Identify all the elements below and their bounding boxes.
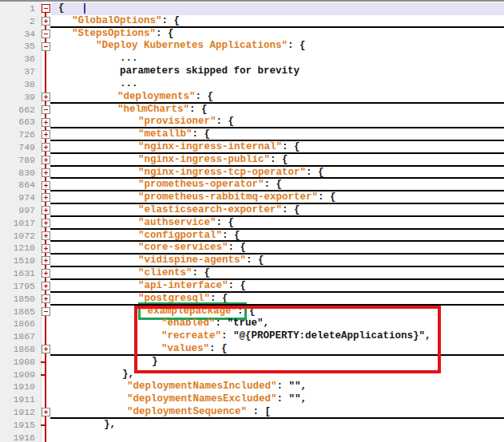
code-token: : "", [277,393,308,405]
code-line-1[interactable]: 1{ [0,2,504,15]
code-line-864[interactable]: 864"prometheus-operator": { [0,179,504,191]
code-line-1850[interactable]: 1850"postgresql": { [0,293,504,306]
code-line-749[interactable]: 749"nginx-ingress-internal": { [0,141,504,154]
code-token: : { [192,267,211,278]
fold-collapse-box[interactable] [42,4,50,13]
line-number: 1916 [0,432,35,442]
fold-expand-box[interactable] [42,130,50,139]
fold-expand-box[interactable] [42,181,50,190]
code-line-662[interactable]: 662"helmCharts": { [0,104,504,116]
fold-expand-box[interactable] [42,206,50,215]
fold-expand-box[interactable] [42,156,50,164]
code-line-830[interactable]: 830"nginx-ingress-tcp-operator": { [0,167,504,180]
code-token: : { [264,179,283,190]
code-line-789[interactable]: 789"nginx-ingress-public": { [0,154,504,167]
json-key: "metallb" [138,128,192,140]
fold-collapse-box[interactable] [42,42,50,51]
code-token: : { [162,15,181,26]
fold-expand-box[interactable] [42,93,50,101]
line-number: 974 [0,191,35,204]
collapsed-fold-line [50,278,504,280]
code-line-997[interactable]: 997"elasticsearch-exporter": { [0,204,504,217]
fold-expand-box[interactable] [42,408,50,416]
code-token: : { [270,154,288,165]
code-token: }, [122,369,134,380]
code-line-1910[interactable]: 1910"deploymentNamesIncluded": "", [0,381,504,393]
code-token: : "", [277,381,308,392]
line-number: 1908 [0,356,35,369]
fold-collapse-box[interactable] [42,30,50,38]
code-line-1866[interactable]: 1866"enabled": "true", [0,318,504,330]
code-line-1072[interactable]: 1072"configportal": { [0,230,504,243]
code-line-39[interactable]: 39"deployments": { [0,91,504,104]
code-line-1510[interactable]: 1510"vidispine-agents": { [0,255,504,267]
fold-expand-box[interactable] [42,256,50,265]
json-key: "StepsOptions" [72,28,156,39]
code-token: : { [282,204,300,215]
code-token: : { [228,242,247,253]
code-line-1916[interactable]: 1916 [0,432,504,442]
code-line-35[interactable]: 35"Deploy Kubernetes Applications": { [0,40,504,53]
json-key: "examplepackage" [141,306,237,317]
code-token: : { [189,104,208,115]
code-token: { [244,306,256,317]
collapsed-fold-line [50,203,504,204]
code-line-663[interactable]: 663"provisioner": { [0,116,504,128]
fold-expand-box[interactable] [42,269,50,278]
line-number: 1866 [0,318,35,330]
fold-expand-box[interactable] [42,294,50,303]
code-line-1911[interactable]: 1911"deploymentNamesExcluded": "", [0,393,504,406]
code-token: }, [104,419,116,430]
code-line-974[interactable]: 974"prometheus-rabbitmq-exporter": { [0,191,504,204]
code-line-1909[interactable]: 1909}, [0,369,504,381]
code-line-1865[interactable]: 1865"examplepackage": { [0,306,504,318]
collapsed-fold-line [50,266,504,267]
code-line-1210[interactable]: 1210"core-services": { [0,242,504,255]
code-line-2[interactable]: 2"GlobalOptions": { [0,15,504,28]
code-line-1908[interactable]: 1908} [0,356,504,369]
code-area[interactable]: 1{2"GlobalOptions": {34"StepsOptions": {… [0,2,504,442]
code-text: "enabled": "true", [161,318,269,330]
line-number: 1 [0,2,35,15]
code-line-36[interactable]: 36... [0,53,504,65]
code-line-34[interactable]: 34"StepsOptions": { [0,28,504,41]
code-line-1795[interactable]: 1795"api-interface": { [0,280,504,293]
fold-expand-box[interactable] [42,17,50,26]
editor-window: 1{2"GlobalOptions": {34"StepsOptions": {… [0,0,504,442]
code-line-37[interactable]: 37parameters skipped for brevity [0,65,504,78]
fold-expand-box[interactable] [42,282,50,290]
code-line-1867[interactable]: 1867"recreate": "@{PROPERTY:deleteApplic… [0,330,504,343]
fold-collapse-box[interactable] [42,307,50,316]
code-line-38[interactable]: 38... [0,78,504,91]
code-token: : { [318,191,336,203]
fold-expand-box[interactable] [42,345,50,353]
json-key: "nginx-ingress-tcp-operator" [138,167,306,178]
code-line-1631[interactable]: 1631"clients": { [0,267,504,280]
fold-expand-box[interactable] [42,244,50,253]
fold-expand-box[interactable] [42,219,50,227]
collapsed-fold-line [50,26,504,28]
code-token: : { [210,293,228,304]
line-number: 864 [0,179,35,191]
code-text: ... [120,78,138,91]
code-line-1915[interactable]: 1915}, [0,419,504,432]
line-number: 1510 [0,255,35,267]
line-number: 36 [0,53,35,65]
window-top-border [0,0,504,2]
fold-collapse-box[interactable] [42,105,50,114]
fold-expand-box[interactable] [42,143,50,152]
fold-expand-box[interactable] [42,118,50,127]
fold-expand-box[interactable] [42,193,50,202]
code-line-726[interactable]: 726"metallb": { [0,128,504,141]
code-line-1017[interactable]: 1017"authservice": { [0,217,504,230]
fold-expand-box[interactable] [42,231,50,240]
code-line-1912[interactable]: 1912"deploymentSequence" : [ [0,406,504,419]
code-token: : { [246,255,264,266]
line-number: 1909 [0,369,35,381]
collapsed-fold-line [50,304,504,306]
json-key: "core-services" [138,242,228,253]
code-line-1868[interactable]: 1868"values": { [0,343,504,356]
json-key: "deploymentNamesIncluded" [127,381,277,392]
code-text: "deploymentNamesIncluded": "", [127,381,307,393]
fold-expand-box[interactable] [42,168,50,177]
